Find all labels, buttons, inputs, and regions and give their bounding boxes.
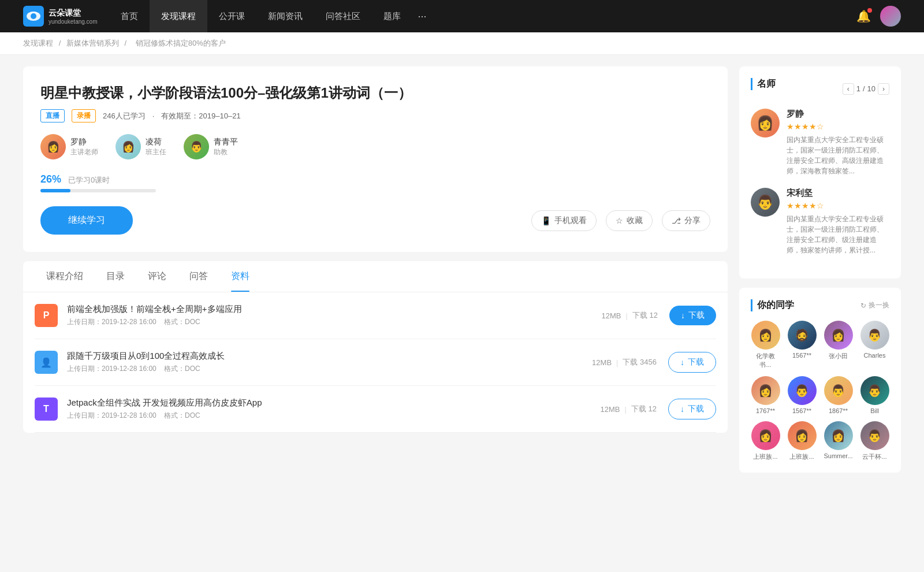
resource-2-stats: 12MB | 下载 3456 bbox=[592, 357, 657, 367]
classmate-7-name: 1867** bbox=[829, 407, 848, 414]
resource-item-3: T Jetpack全组件实战 开发短视频应用高仿皮皮虾App 上传日期：2019… bbox=[35, 386, 716, 433]
nav-qa[interactable]: 问答社区 bbox=[314, 0, 372, 32]
classmate-2: 🧔 1567** bbox=[787, 321, 817, 369]
collect-button[interactable]: ☆ 收藏 bbox=[606, 210, 653, 231]
classmate-8-name: Bill bbox=[870, 407, 879, 414]
breadcrumb: 发现课程 / 新媒体营销系列 / 销冠修炼术搞定80%的客户 bbox=[0, 32, 924, 55]
tab-catalog[interactable]: 目录 bbox=[95, 261, 136, 292]
course-meta: 直播 录播 246人已学习 · 有效期至：2019–10–21 bbox=[40, 109, 710, 122]
download-icon: ↓ bbox=[680, 358, 684, 367]
refresh-label: 换一换 bbox=[869, 300, 889, 310]
classmate-3-avatar: 👩 bbox=[824, 321, 853, 350]
breadcrumb-series[interactable]: 新媒体营销系列 bbox=[66, 39, 119, 47]
breadcrumb-current: 销冠修炼术搞定80%的客户 bbox=[136, 39, 226, 47]
collect-label: 收藏 bbox=[627, 216, 643, 226]
share-button[interactable]: ⎇ 分享 bbox=[662, 210, 710, 231]
refresh-icon: ↻ bbox=[860, 302, 866, 310]
breadcrumb-discover[interactable]: 发现课程 bbox=[23, 39, 53, 47]
resource-2-icon: 👤 bbox=[35, 351, 58, 374]
resource-1-icon: P bbox=[35, 304, 58, 327]
teacher-1: 👩 罗静 主讲老师 bbox=[40, 134, 98, 159]
mobile-watch-button[interactable]: 📱 手机观看 bbox=[531, 210, 597, 231]
mobile-icon: 📱 bbox=[541, 216, 551, 225]
resource-1-info: 前端全栈加强版！前端全栈+全周期+多端应用 上传日期：2019-12-28 16… bbox=[67, 304, 602, 327]
tab-resources[interactable]: 资料 bbox=[219, 261, 261, 292]
classmate-9-name: 上班族... bbox=[753, 452, 777, 461]
logo[interactable]: 云朵课堂 yundouketang.com bbox=[23, 6, 98, 27]
resource-3-icon: T bbox=[35, 398, 58, 421]
bell-icon[interactable]: 🔔 bbox=[856, 9, 871, 23]
classmate-3-name: 张小田 bbox=[829, 352, 848, 361]
tab-intro[interactable]: 课程介绍 bbox=[35, 261, 95, 292]
classmate-11-name: Summer... bbox=[824, 452, 852, 459]
classmate-8-avatar: 👨 bbox=[860, 376, 889, 405]
download-icon: ↓ bbox=[681, 311, 685, 320]
progress-label: 26% bbox=[40, 173, 61, 185]
share-icon: ⎇ bbox=[672, 216, 681, 225]
teacher-2: 👩 凌荷 班主任 bbox=[116, 134, 166, 159]
next-page-button[interactable]: › bbox=[878, 83, 889, 95]
course-title: 明星中教授课，小学阶段语法100分–强化级第1讲动词（一） bbox=[40, 84, 710, 102]
classmate-5: 👩 1767** bbox=[751, 376, 780, 414]
classmate-12-name: 云干杯... bbox=[862, 452, 886, 461]
resource-1-meta: 上传日期：2019-12-28 16:00 格式：DOC bbox=[67, 317, 602, 327]
classmate-12-avatar: 👨 bbox=[860, 421, 889, 450]
famous-teachers-card: 名师 ‹ 1 / 10 › 👩 罗静 ★★★★☆ 国内某重点大学安全工程专业硕士… bbox=[739, 66, 901, 278]
classmate-3: 👩 张小田 bbox=[824, 321, 853, 369]
bell-notification-dot bbox=[867, 8, 872, 13]
famous-teacher-1-avatar: 👩 bbox=[751, 109, 780, 138]
teacher-1-role: 主讲老师 bbox=[70, 147, 98, 157]
resource-1-download-button[interactable]: ↓ 下载 bbox=[669, 306, 716, 325]
badge-record: 录播 bbox=[72, 109, 96, 122]
teacher-2-role: 班主任 bbox=[146, 147, 166, 157]
star-icon: ☆ bbox=[616, 216, 623, 225]
tab-review[interactable]: 评论 bbox=[136, 261, 178, 292]
famous-teacher-1-info: 罗静 ★★★★☆ 国内某重点大学安全工程专业硕士，国家一级注册消防工程师、注册安… bbox=[787, 109, 889, 176]
main-content: 明星中教授课，小学阶段语法100分–强化级第1讲动词（一） 直播 录播 246人… bbox=[0, 55, 924, 493]
prev-page-button[interactable]: ‹ bbox=[843, 83, 854, 95]
resource-2-title: 跟随千万级项目从0到100全过程高效成长 bbox=[67, 351, 592, 362]
famous-teacher-2-info: 宋利坚 ★★★★☆ 国内某重点大学安全工程专业硕士，国家一级注册消防工程师、注册… bbox=[787, 188, 889, 255]
classmate-12: 👨 云干杯... bbox=[860, 421, 889, 461]
classmate-6: 👨 1567** bbox=[787, 376, 817, 414]
classmates-header: 你的同学 ↻ 换一换 bbox=[751, 299, 889, 311]
nav-discover[interactable]: 发现课程 bbox=[150, 0, 207, 32]
classmate-5-name: 1767** bbox=[756, 407, 775, 414]
classmate-10-name: 上班族... bbox=[789, 452, 814, 461]
nav-public[interactable]: 公开课 bbox=[207, 0, 256, 32]
refresh-classmates-button[interactable]: ↻ 换一换 bbox=[860, 300, 889, 310]
classmate-4-avatar: 👨 bbox=[860, 321, 889, 350]
classmate-9: 👩 上班族... bbox=[751, 421, 780, 461]
tab-qa[interactable]: 问答 bbox=[178, 261, 219, 292]
classmate-10: 👩 上班族... bbox=[787, 421, 817, 461]
nav-more[interactable]: ··· bbox=[412, 10, 433, 23]
classmate-6-avatar: 👨 bbox=[788, 376, 817, 405]
resource-list: P 前端全栈加强版！前端全栈+全周期+多端应用 上传日期：2019-12-28 … bbox=[23, 292, 728, 433]
progress-sub: 已学习0课时 bbox=[68, 176, 110, 184]
nav-news[interactable]: 新闻资讯 bbox=[256, 0, 314, 32]
continue-learning-button[interactable]: 继续学习 bbox=[40, 206, 133, 235]
nav-home[interactable]: 首页 bbox=[109, 0, 150, 32]
resource-3-download-button[interactable]: ↓ 下载 bbox=[668, 399, 716, 419]
user-avatar[interactable] bbox=[880, 6, 901, 27]
teacher-3: 👨 青青平 助教 bbox=[184, 134, 238, 159]
classmate-7: 👨 1867** bbox=[824, 376, 853, 414]
resource-2-download-button[interactable]: ↓ 下载 bbox=[668, 352, 716, 373]
teacher-pagination: ‹ 1 / 10 › bbox=[843, 83, 889, 95]
course-actions: 继续学习 📱 手机观看 ☆ 收藏 ⎇ 分享 bbox=[40, 206, 710, 235]
famous-teacher-2-stars: ★★★★☆ bbox=[787, 201, 889, 210]
classmate-6-name: 1567** bbox=[792, 407, 811, 414]
mobile-watch-label: 手机观看 bbox=[554, 216, 587, 226]
nav-items: 首页 发现课程 公开课 新闻资讯 问答社区 题库 ··· bbox=[109, 0, 856, 32]
resource-item-1: P 前端全栈加强版！前端全栈+全周期+多端应用 上传日期：2019-12-28 … bbox=[35, 292, 716, 339]
teacher-1-avatar: 👩 bbox=[40, 134, 66, 159]
resource-3-stats: 12MB | 下载 12 bbox=[601, 404, 657, 414]
classmate-5-avatar: 👩 bbox=[751, 376, 780, 405]
famous-teacher-2-name: 宋利坚 bbox=[787, 188, 889, 199]
classmate-1-name: 化学教书... bbox=[751, 352, 780, 369]
classmate-10-avatar: 👩 bbox=[788, 421, 817, 450]
teacher-1-name: 罗静 bbox=[70, 137, 98, 147]
tabs-header: 课程介绍 目录 评论 问答 资料 bbox=[23, 261, 728, 292]
nav-quiz[interactable]: 题库 bbox=[372, 0, 412, 32]
teacher-3-name: 青青平 bbox=[214, 137, 238, 147]
